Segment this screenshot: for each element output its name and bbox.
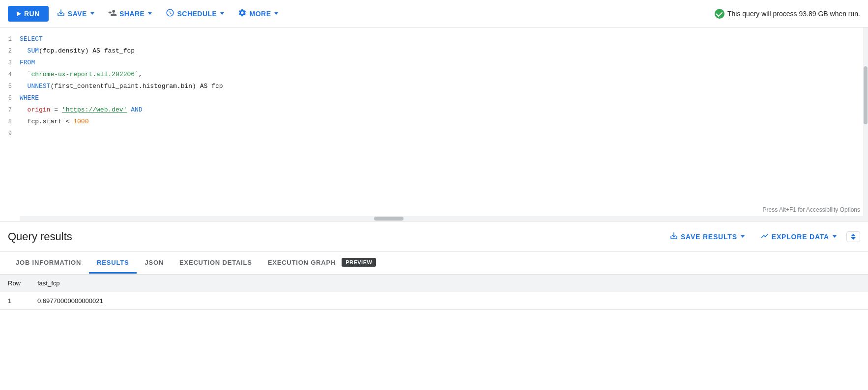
share-icon [108, 8, 117, 19]
code-line-8: 8 fcp.start < 1000 [0, 116, 868, 128]
tab-json-label: JSON [145, 259, 164, 266]
expand-button[interactable] [846, 231, 860, 242]
code-line-6: 6 WHERE [0, 92, 868, 104]
code-content-8: fcp.start < 1000 [20, 116, 860, 128]
gear-icon [238, 8, 247, 19]
code-content-1: SELECT [20, 33, 860, 45]
results-table-container: Row fast_fcp 1 0.69770000000000021 [0, 275, 868, 310]
column-header-fast-fcp: fast_fcp [29, 275, 732, 292]
explore-data-label: EXPLORE DATA [772, 233, 829, 241]
play-icon [17, 11, 21, 16]
save-results-label: SAVE RESULTS [681, 233, 737, 241]
expand-up-icon [851, 234, 856, 236]
code-line-2: 2 SUM(fcp.density) AS fast_fcp [0, 45, 868, 57]
save-results-icon [669, 231, 678, 242]
more-label: MORE [249, 10, 271, 18]
expand-down-icon [851, 237, 856, 240]
code-editor-container[interactable]: 1 SELECT 2 SUM(fcp.density) AS fast_fcp … [0, 28, 868, 222]
table-header-row: Row fast_fcp [0, 275, 868, 292]
cell-fast-fcp-1: 0.69770000000000021 [29, 292, 732, 310]
code-line-5: 5 UNNEST(first_contentful_paint.histogra… [0, 81, 868, 92]
line-number-6: 6 [0, 92, 20, 104]
run-button[interactable]: RUN [8, 6, 49, 22]
tab-execution-graph-label: EXECUTION GRAPH [268, 259, 336, 266]
editor-horizontal-scrollbar[interactable] [20, 216, 863, 221]
code-content-2: SUM(fcp.density) AS fast_fcp [20, 45, 860, 57]
share-button[interactable]: SHARE [102, 4, 158, 23]
schedule-chevron-icon [220, 12, 224, 15]
code-content-7: origin = 'https://web.dev' AND [20, 104, 860, 116]
column-header-empty [732, 275, 868, 292]
code-content-4: `chrome-ux-report.all.202206`, [20, 69, 860, 81]
tab-json[interactable]: JSON [137, 253, 172, 274]
code-line-3: 3 FROM [0, 57, 868, 69]
line-number-1: 1 [0, 33, 20, 45]
table-row: 1 0.69770000000000021 [0, 292, 868, 310]
save-results-chevron-icon [741, 235, 745, 238]
more-chevron-icon [274, 12, 278, 15]
cell-empty-1 [732, 292, 868, 310]
code-line-9: 9 [0, 128, 868, 139]
check-icon [715, 9, 724, 19]
column-header-row: Row [0, 275, 29, 292]
tab-execution-details[interactable]: EXECUTION DETAILS [172, 253, 260, 274]
schedule-button[interactable]: SCHEDULE [160, 4, 230, 23]
code-editor[interactable]: 1 SELECT 2 SUM(fcp.density) AS fast_fcp … [0, 28, 868, 145]
editor-hscroll-thumb[interactable] [374, 217, 404, 221]
tab-job-information-label: JOB INFORMATION [16, 259, 81, 266]
query-info: This query will process 93.89 GB when ru… [715, 9, 860, 19]
code-line-1: 1 SELECT [0, 33, 868, 45]
tab-results[interactable]: RESULTS [89, 253, 137, 274]
tab-job-information[interactable]: JOB INFORMATION [8, 253, 89, 274]
query-info-text: This query will process 93.89 GB when ru… [727, 10, 860, 18]
accessibility-hint: Press Alt+F1 for Accessibility Options [763, 206, 860, 213]
line-number-4: 4 [0, 69, 20, 81]
explore-data-icon [760, 231, 769, 242]
line-number-5: 5 [0, 81, 20, 92]
cell-row-1: 1 [0, 292, 29, 310]
line-number-8: 8 [0, 116, 20, 128]
tabs-bar: JOB INFORMATION RESULTS JSON EXECUTION D… [0, 252, 868, 275]
save-icon [57, 8, 65, 19]
code-content-3: FROM [20, 57, 860, 69]
toolbar: RUN SAVE SHARE SCHEDULE MORE This query … [0, 0, 868, 28]
results-header-actions: SAVE RESULTS EXPLORE DATA [664, 227, 860, 246]
save-chevron-icon [90, 12, 94, 15]
run-label: RUN [24, 10, 40, 18]
editor-vertical-scrollbar[interactable] [863, 28, 868, 221]
explore-data-chevron-icon [833, 235, 837, 238]
editor-scrollbar-thumb[interactable] [864, 66, 868, 124]
line-number-9: 9 [0, 128, 20, 139]
tab-execution-graph[interactable]: EXECUTION GRAPH PREVIEW [260, 252, 384, 274]
schedule-label: SCHEDULE [177, 10, 217, 18]
line-number-2: 2 [0, 45, 20, 57]
share-label: SHARE [119, 10, 145, 18]
code-content-9 [20, 128, 860, 139]
results-table: Row fast_fcp 1 0.69770000000000021 [0, 275, 868, 310]
save-button[interactable]: SAVE [51, 4, 100, 23]
tab-preview-badge: PREVIEW [342, 258, 376, 267]
code-content-5: UNNEST(first_contentful_paint.histogram.… [20, 81, 860, 92]
explore-data-button[interactable]: EXPLORE DATA [754, 227, 842, 246]
code-content-6: WHERE [20, 92, 860, 104]
results-header: Query results SAVE RESULTS EXPLORE DATA [0, 222, 868, 252]
schedule-icon [166, 8, 174, 19]
save-label: SAVE [68, 10, 87, 18]
line-number-3: 3 [0, 57, 20, 69]
more-button[interactable]: MORE [232, 4, 284, 23]
code-line-7: 7 origin = 'https://web.dev' AND [0, 104, 868, 116]
save-results-button[interactable]: SAVE RESULTS [664, 227, 751, 246]
line-number-7: 7 [0, 104, 20, 116]
tab-results-label: RESULTS [97, 259, 129, 266]
share-chevron-icon [148, 12, 152, 15]
tab-execution-details-label: EXECUTION DETAILS [179, 259, 252, 266]
code-line-4: 4 `chrome-ux-report.all.202206`, [0, 69, 868, 81]
results-title: Query results [8, 230, 72, 243]
